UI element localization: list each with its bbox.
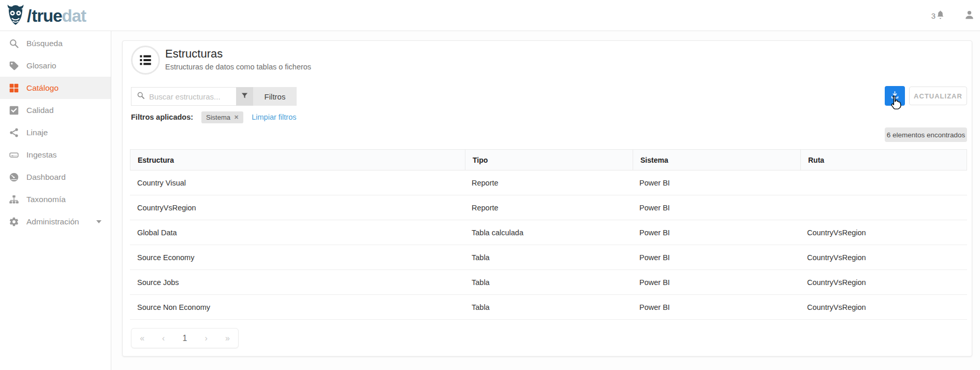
bell-icon (935, 10, 945, 21)
pagination-next-button[interactable]: › (198, 334, 214, 343)
table-cell: CountryVsRegion (800, 270, 967, 294)
pagination-last-button[interactable]: » (220, 334, 235, 343)
results-count-badge: 6 elementos encontrados (885, 127, 967, 142)
check-square-icon (9, 105, 19, 116)
sidebar-item-label: Taxonomía (26, 195, 66, 204)
download-icon (890, 90, 900, 102)
search-filter-group: Filtros (131, 87, 297, 106)
page-title: Estructuras (165, 47, 223, 61)
pagination-first-button[interactable]: « (135, 334, 150, 343)
sidebar-item-dashboard[interactable]: Dashboard (0, 166, 111, 188)
filter-chip-label: Sistema (206, 113, 230, 121)
filter-chip-sistema[interactable]: Sistema ✕ (201, 111, 243, 123)
sidebar-item-ingestas[interactable]: Ingestas (0, 144, 111, 166)
table-cell: Reporte (464, 195, 632, 220)
column-header-sistema: Sistema (633, 150, 800, 170)
sidebar-item-label: Calidad (26, 106, 54, 115)
sidebar-item-label: Dashboard (26, 173, 66, 182)
table-cell (800, 195, 967, 220)
close-icon[interactable]: ✕ (234, 114, 239, 121)
table-cell: Source Jobs (130, 270, 464, 294)
applied-filters-label: Filtros aplicados: (131, 113, 193, 121)
page-subtitle: Estructuras de datos como tablas o fiche… (165, 63, 311, 71)
column-header-tipo: Tipo (465, 150, 633, 170)
app-screen: /truedat 3 Búsqueda (0, 0, 980, 370)
table-cell: CountryVsRegion (800, 220, 967, 245)
estructuras-card: Estructuras Estructuras de datos como ta… (122, 40, 972, 357)
table-cell (800, 170, 967, 195)
table-cell: Source Non Economy (130, 295, 464, 319)
table-cell: Source Economy (130, 245, 464, 269)
sidebar-item-administracion[interactable]: Administración (0, 210, 111, 233)
column-header-estructura: Estructura (130, 150, 465, 170)
chevron-down-icon (96, 220, 101, 223)
table-row[interactable]: Source Non EconomyTablaPower BICountryVs… (130, 295, 967, 320)
sitemap-icon (9, 194, 19, 205)
pagination-page-1[interactable]: 1 (177, 334, 193, 343)
sidebar-item-label: Búsqueda (26, 39, 63, 48)
tag-icon (9, 61, 19, 71)
table-cell: Reporte (464, 170, 632, 195)
table-cell: Global Data (130, 220, 464, 245)
table-cell: Power BI (632, 270, 800, 294)
table-row[interactable]: CountryVsRegionReportePower BI (130, 195, 967, 220)
server-icon (9, 150, 19, 160)
search-box (131, 87, 236, 106)
table-cell: Tabla (464, 295, 632, 319)
update-button[interactable]: ACTUALIZAR (909, 87, 967, 105)
table-row[interactable]: Source JobsTablaPower BICountryVsRegion (130, 270, 967, 295)
sidebar-item-calidad[interactable]: Calidad (0, 99, 111, 121)
share-icon (9, 127, 19, 138)
table-row[interactable]: Source EconomyTablaPower BICountryVsRegi… (130, 245, 967, 270)
table-row[interactable]: Country VisualReportePower BI (130, 170, 967, 195)
clear-filters-link[interactable]: Limpiar filtros (252, 113, 296, 121)
pagination-prev-button[interactable]: ‹ (156, 334, 171, 343)
table-row[interactable]: Global DataTabla calculadaPower BICountr… (130, 220, 967, 245)
grid-icon (9, 83, 19, 93)
table-cell: CountryVsRegion (800, 295, 967, 319)
pagination: « ‹ 1 › » (131, 328, 239, 348)
logo-wordmark: /truedat (27, 6, 86, 26)
truedat-logo[interactable]: /truedat (5, 4, 86, 29)
table-cell: Power BI (632, 195, 800, 220)
search-input[interactable] (149, 92, 232, 101)
sidebar-item-catalogo[interactable]: Catálogo (0, 77, 111, 99)
table-cell: Country Visual (130, 170, 464, 195)
list-icon (131, 46, 160, 75)
sidebar-item-label: Catálogo (26, 83, 58, 93)
table-cell: Power BI (632, 295, 800, 319)
gear-icon (9, 217, 19, 227)
table-cell: Tabla calculada (464, 220, 632, 245)
gauge-icon (9, 172, 19, 182)
download-button[interactable] (885, 86, 905, 106)
sidebar-item-label: Ingestas (26, 150, 57, 160)
sidebar-item-label: Administración (26, 217, 79, 226)
owl-logo-icon (5, 4, 26, 29)
table-cell: Power BI (632, 245, 800, 269)
funnel-icon (241, 92, 248, 102)
sidebar-item-taxonomia[interactable]: Taxonomía (0, 188, 111, 210)
notifications-button[interactable]: 3 (931, 10, 945, 21)
table-cell: Power BI (632, 220, 800, 245)
filters-button[interactable]: Filtros (253, 87, 297, 106)
table-body: Country VisualReportePower BICountryVsRe… (130, 170, 967, 320)
sidebar-item-label: Glosario (26, 61, 56, 70)
table-cell: Tabla (464, 270, 632, 294)
notification-count: 3 (931, 11, 935, 20)
top-bar: /truedat 3 (0, 0, 980, 31)
user-icon (964, 13, 975, 22)
table-cell: CountryVsRegion (130, 195, 464, 220)
column-header-ruta: Ruta (800, 150, 968, 170)
search-icon (131, 91, 145, 102)
structures-table: Estructura Tipo Sistema Ruta Country Vis… (130, 149, 967, 320)
sidebar-item-busqueda[interactable]: Búsqueda (0, 32, 111, 54)
user-menu-button[interactable] (964, 9, 975, 22)
table-cell: Power BI (632, 170, 800, 195)
sidebar-item-glosario[interactable]: Glosario (0, 54, 111, 77)
sidebar: Búsqueda Glosario Catálogo Calidad Linaj (0, 31, 111, 370)
table-header-row: Estructura Tipo Sistema Ruta (130, 149, 967, 170)
sidebar-item-linaje[interactable]: Linaje (0, 121, 111, 144)
sidebar-item-label: Linaje (26, 128, 48, 137)
search-icon (9, 38, 19, 49)
filter-funnel-button[interactable] (236, 87, 253, 106)
